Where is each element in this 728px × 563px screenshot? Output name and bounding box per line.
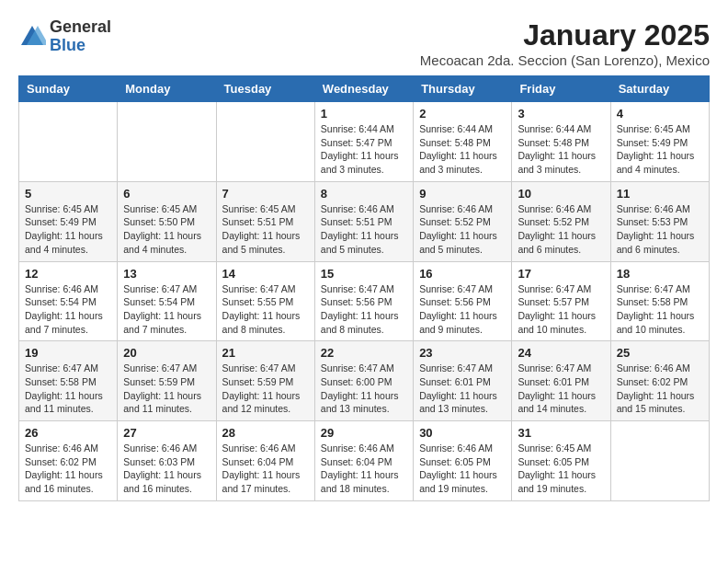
title-block: January 2025 Mecoacan 2da. Seccion (San … (420, 18, 710, 68)
logo-blue: Blue (50, 36, 85, 54)
day-number: 19 (25, 346, 111, 360)
calendar-cell: 19Sunrise: 6:47 AM Sunset: 5:58 PM Dayli… (19, 341, 118, 421)
day-info: Sunrise: 6:46 AM Sunset: 6:02 PM Dayligh… (617, 362, 703, 416)
day-info: Sunrise: 6:47 AM Sunset: 6:00 PM Dayligh… (321, 362, 407, 416)
day-info: Sunrise: 6:47 AM Sunset: 5:57 PM Dayligh… (518, 282, 604, 337)
day-info: Sunrise: 6:47 AM Sunset: 5:55 PM Dayligh… (222, 282, 309, 337)
day-number: 27 (123, 426, 210, 440)
day-info: Sunrise: 6:46 AM Sunset: 5:52 PM Dayligh… (518, 202, 604, 257)
header-day-saturday: Saturday (610, 76, 709, 102)
calendar-cell: 3Sunrise: 6:44 AM Sunset: 5:48 PM Daylig… (512, 102, 610, 182)
day-info: Sunrise: 6:46 AM Sunset: 5:53 PM Dayligh… (617, 202, 703, 257)
day-info: Sunrise: 6:45 AM Sunset: 6:05 PM Dayligh… (518, 442, 604, 496)
calendar-cell: 30Sunrise: 6:46 AM Sunset: 6:05 PM Dayli… (414, 421, 512, 501)
calendar-cell (19, 102, 118, 182)
day-number: 5 (25, 187, 111, 201)
day-number: 29 (321, 426, 407, 440)
week-row-3: 19Sunrise: 6:47 AM Sunset: 5:58 PM Dayli… (19, 341, 710, 421)
day-number: 2 (419, 107, 506, 121)
calendar-cell: 9Sunrise: 6:46 AM Sunset: 5:52 PM Daylig… (414, 181, 512, 261)
logo-text: General Blue (50, 18, 111, 55)
day-number: 28 (222, 426, 309, 440)
calendar-cell: 17Sunrise: 6:47 AM Sunset: 5:57 PM Dayli… (512, 261, 610, 341)
calendar-table: SundayMondayTuesdayWednesdayThursdayFrid… (18, 75, 710, 501)
calendar-cell: 20Sunrise: 6:47 AM Sunset: 5:59 PM Dayli… (118, 341, 216, 421)
calendar-cell: 10Sunrise: 6:46 AM Sunset: 5:52 PM Dayli… (512, 181, 610, 261)
day-number: 24 (518, 346, 604, 360)
day-info: Sunrise: 6:46 AM Sunset: 6:03 PM Dayligh… (123, 442, 210, 496)
calendar-cell: 22Sunrise: 6:47 AM Sunset: 6:00 PM Dayli… (314, 341, 413, 421)
day-info: Sunrise: 6:45 AM Sunset: 5:49 PM Dayligh… (617, 122, 703, 177)
day-number: 15 (321, 267, 407, 281)
day-info: Sunrise: 6:47 AM Sunset: 5:59 PM Dayligh… (222, 362, 309, 416)
calendar-cell: 18Sunrise: 6:47 AM Sunset: 5:58 PM Dayli… (610, 261, 709, 341)
header-day-tuesday: Tuesday (216, 76, 314, 102)
day-number: 20 (123, 346, 210, 360)
day-info: Sunrise: 6:47 AM Sunset: 5:56 PM Dayligh… (419, 282, 506, 337)
calendar-cell: 25Sunrise: 6:46 AM Sunset: 6:02 PM Dayli… (610, 341, 709, 421)
day-info: Sunrise: 6:46 AM Sunset: 5:51 PM Dayligh… (321, 202, 407, 257)
day-number: 17 (518, 267, 604, 281)
day-info: Sunrise: 6:44 AM Sunset: 5:48 PM Dayligh… (419, 122, 506, 177)
day-number: 23 (419, 346, 506, 360)
day-number: 3 (518, 107, 604, 121)
calendar-cell: 27Sunrise: 6:46 AM Sunset: 6:03 PM Dayli… (118, 421, 216, 501)
week-row-2: 12Sunrise: 6:46 AM Sunset: 5:54 PM Dayli… (19, 261, 710, 341)
calendar-cell: 12Sunrise: 6:46 AM Sunset: 5:54 PM Dayli… (19, 261, 118, 341)
calendar-cell: 29Sunrise: 6:46 AM Sunset: 6:04 PM Dayli… (314, 421, 413, 501)
day-info: Sunrise: 6:44 AM Sunset: 5:48 PM Dayligh… (518, 122, 604, 177)
calendar-cell: 8Sunrise: 6:46 AM Sunset: 5:51 PM Daylig… (314, 181, 413, 261)
day-info: Sunrise: 6:46 AM Sunset: 6:05 PM Dayligh… (419, 442, 506, 496)
day-info: Sunrise: 6:45 AM Sunset: 5:49 PM Dayligh… (25, 202, 111, 257)
day-info: Sunrise: 6:46 AM Sunset: 5:54 PM Dayligh… (25, 282, 111, 337)
calendar-cell: 4Sunrise: 6:45 AM Sunset: 5:49 PM Daylig… (610, 102, 709, 182)
day-number: 11 (617, 187, 703, 201)
calendar-cell: 16Sunrise: 6:47 AM Sunset: 5:56 PM Dayli… (414, 261, 512, 341)
day-info: Sunrise: 6:46 AM Sunset: 6:02 PM Dayligh… (25, 442, 111, 496)
day-number: 9 (419, 187, 506, 201)
day-number: 4 (617, 107, 703, 121)
header-row: SundayMondayTuesdayWednesdayThursdayFrid… (19, 76, 710, 102)
calendar-cell: 13Sunrise: 6:47 AM Sunset: 5:54 PM Dayli… (118, 261, 216, 341)
week-row-1: 5Sunrise: 6:45 AM Sunset: 5:49 PM Daylig… (19, 181, 710, 261)
calendar-cell: 31Sunrise: 6:45 AM Sunset: 6:05 PM Dayli… (512, 421, 610, 501)
calendar-cell: 15Sunrise: 6:47 AM Sunset: 5:56 PM Dayli… (314, 261, 413, 341)
day-number: 30 (419, 426, 506, 440)
logo: General Blue (18, 18, 111, 55)
day-number: 1 (321, 107, 407, 121)
calendar-cell (118, 102, 216, 182)
header-day-thursday: Thursday (414, 76, 512, 102)
day-number: 8 (321, 187, 407, 201)
calendar-cell: 21Sunrise: 6:47 AM Sunset: 5:59 PM Dayli… (216, 341, 314, 421)
day-info: Sunrise: 6:46 AM Sunset: 6:04 PM Dayligh… (222, 442, 309, 496)
page-header: General Blue January 2025 Mecoacan 2da. … (18, 18, 710, 68)
day-number: 22 (321, 346, 407, 360)
day-number: 13 (123, 267, 210, 281)
day-info: Sunrise: 6:47 AM Sunset: 5:54 PM Dayligh… (123, 282, 210, 337)
day-number: 18 (617, 267, 703, 281)
day-number: 25 (617, 346, 703, 360)
day-number: 16 (419, 267, 506, 281)
calendar-cell (216, 102, 314, 182)
day-number: 12 (25, 267, 111, 281)
calendar-cell: 24Sunrise: 6:47 AM Sunset: 6:01 PM Dayli… (512, 341, 610, 421)
week-row-0: 1Sunrise: 6:44 AM Sunset: 5:47 PM Daylig… (19, 102, 710, 182)
day-info: Sunrise: 6:47 AM Sunset: 5:58 PM Dayligh… (25, 362, 111, 416)
day-info: Sunrise: 6:47 AM Sunset: 5:59 PM Dayligh… (123, 362, 210, 416)
day-number: 6 (123, 187, 210, 201)
calendar-cell: 7Sunrise: 6:45 AM Sunset: 5:51 PM Daylig… (216, 181, 314, 261)
calendar-subtitle: Mecoacan 2da. Seccion (San Lorenzo), Mex… (420, 52, 710, 68)
day-number: 26 (25, 426, 111, 440)
calendar-cell: 23Sunrise: 6:47 AM Sunset: 6:01 PM Dayli… (414, 341, 512, 421)
day-info: Sunrise: 6:47 AM Sunset: 6:01 PM Dayligh… (518, 362, 604, 416)
day-number: 7 (222, 187, 309, 201)
day-info: Sunrise: 6:45 AM Sunset: 5:51 PM Dayligh… (222, 202, 309, 257)
calendar-cell: 1Sunrise: 6:44 AM Sunset: 5:47 PM Daylig… (314, 102, 413, 182)
day-info: Sunrise: 6:47 AM Sunset: 6:01 PM Dayligh… (419, 362, 506, 416)
day-number: 14 (222, 267, 309, 281)
calendar-cell: 5Sunrise: 6:45 AM Sunset: 5:49 PM Daylig… (19, 181, 118, 261)
day-info: Sunrise: 6:46 AM Sunset: 5:52 PM Dayligh… (419, 202, 506, 257)
logo-icon (18, 23, 46, 51)
calendar-title: January 2025 (420, 18, 710, 52)
week-row-4: 26Sunrise: 6:46 AM Sunset: 6:02 PM Dayli… (19, 421, 710, 501)
